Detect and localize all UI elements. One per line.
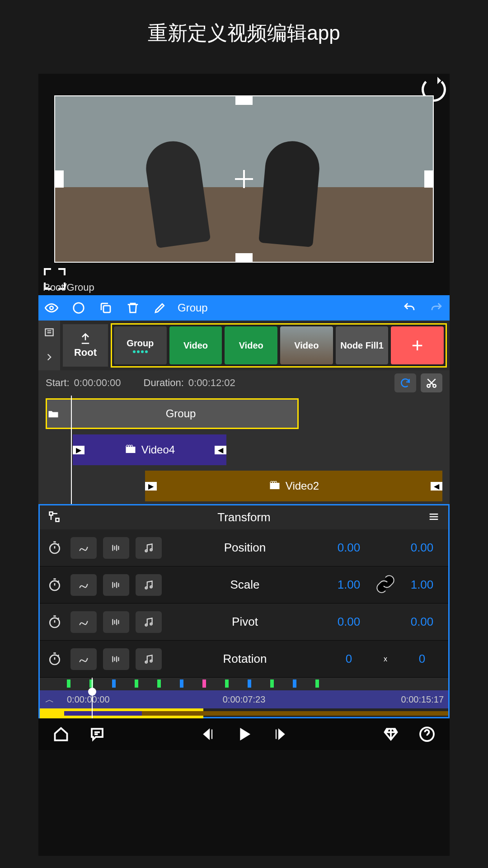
visibility-icon[interactable]	[45, 301, 58, 315]
music-icon[interactable]	[136, 648, 162, 670]
add-node-button[interactable]: +	[391, 326, 444, 364]
node-group[interactable]: Group	[114, 326, 167, 364]
keyframe-marker[interactable]	[202, 679, 206, 688]
crosshair-icon[interactable]	[235, 170, 253, 188]
svg-point-12	[150, 549, 152, 551]
preview-area: Root/Group	[38, 74, 450, 295]
property-value-2[interactable]: 1.00	[399, 578, 445, 592]
wiggle-icon[interactable]	[103, 574, 129, 596]
copy-icon[interactable]	[99, 301, 113, 315]
keyframe-marker[interactable]	[315, 679, 319, 688]
play-icon[interactable]	[235, 725, 253, 743]
resize-handle-right[interactable]	[424, 170, 434, 188]
time-ruler[interactable]: ︿ 0:00:00:00 0:00:07:23 0:00:15:17	[38, 678, 450, 718]
nodes-side	[38, 321, 60, 370]
keyframe-marker[interactable]	[270, 679, 274, 688]
diamond-icon[interactable]	[382, 725, 400, 743]
clip-grip-left[interactable]: ▶	[145, 482, 157, 491]
svg-point-1	[74, 303, 84, 313]
reset-button[interactable]	[394, 373, 416, 392]
step-forward-icon[interactable]	[271, 725, 289, 743]
clip-grip-right[interactable]: ◀	[215, 446, 226, 454]
clip-label: Video2	[286, 480, 319, 492]
help-icon[interactable]	[418, 725, 436, 743]
chevron-right-icon[interactable]	[43, 351, 55, 365]
keyframe-marker[interactable]	[112, 679, 116, 688]
node-video[interactable]: Video	[225, 326, 277, 364]
svg-rect-8	[50, 512, 53, 515]
preview-subject	[143, 138, 211, 248]
playhead[interactable]	[71, 396, 72, 504]
property-value-1[interactable]: 1.00	[326, 578, 371, 592]
keyframe-marker[interactable]	[225, 679, 229, 688]
comment-icon[interactable]	[88, 725, 106, 743]
clip-grip-left[interactable]: ▶	[73, 446, 84, 454]
resize-handle-left[interactable]	[54, 170, 64, 188]
music-icon[interactable]	[136, 574, 162, 596]
keyframe-marker[interactable]	[135, 679, 138, 688]
ruler-playhead[interactable]	[92, 678, 93, 718]
stopwatch-icon[interactable]	[43, 578, 66, 592]
curve-icon[interactable]	[70, 574, 97, 596]
collapse-icon[interactable]: ︿	[45, 693, 54, 706]
wiggle-icon[interactable]	[103, 611, 129, 633]
clip-group[interactable]: Group	[46, 398, 299, 429]
axis-separator: x	[374, 655, 397, 663]
node-video[interactable]: Video	[169, 326, 222, 364]
resize-handle-top[interactable]	[235, 95, 253, 105]
edit-icon[interactable]	[153, 301, 167, 315]
keyframe-marker[interactable]	[248, 679, 251, 688]
duration-value[interactable]: 0:00:12:02	[188, 377, 235, 389]
clip-label: Video4	[141, 443, 175, 456]
property-value-1[interactable]: 0.00	[326, 615, 371, 629]
start-label: Start:	[46, 377, 70, 389]
step-back-icon[interactable]	[199, 725, 217, 743]
music-icon[interactable]	[136, 611, 162, 633]
keyframe-marker[interactable]	[67, 679, 70, 688]
music-icon[interactable]	[136, 537, 162, 559]
list-icon[interactable]	[43, 326, 55, 340]
resize-handle-bottom[interactable]	[235, 253, 253, 263]
clip-grip-right[interactable]: ◀	[431, 482, 442, 491]
node-fill[interactable]: Node Fill1	[336, 326, 389, 364]
node-video4[interactable]: Video	[280, 326, 333, 364]
clip-video2[interactable]: ▶ Video2 ◀	[145, 471, 442, 501]
clip-video4[interactable]: ▶ Video4 ◀	[73, 434, 226, 465]
svg-point-20	[145, 661, 147, 663]
cut-button[interactable]	[421, 373, 442, 392]
redo-icon[interactable]	[430, 301, 443, 315]
curve-icon[interactable]	[70, 611, 97, 633]
clip-label: Group	[64, 407, 297, 420]
menu-icon[interactable]	[427, 510, 440, 525]
stopwatch-icon[interactable]	[43, 615, 66, 629]
svg-point-11	[145, 550, 147, 552]
keyframe-marker[interactable]	[180, 679, 183, 688]
keyframe-marker[interactable]	[157, 679, 161, 688]
curve-icon[interactable]	[70, 648, 97, 670]
property-value-1[interactable]: 0	[326, 652, 371, 666]
property-value-1[interactable]: 0.00	[326, 541, 371, 555]
preview-canvas[interactable]	[54, 95, 434, 263]
duration-label: Duration:	[144, 377, 184, 389]
wiggle-icon[interactable]	[103, 537, 129, 559]
svg-rect-7	[270, 483, 279, 489]
stopwatch-icon[interactable]	[43, 652, 66, 666]
property-value-2[interactable]: 0	[399, 652, 445, 666]
property-value-2[interactable]: 0.00	[399, 615, 445, 629]
trash-icon[interactable]	[126, 301, 140, 315]
transform-node-icon[interactable]	[48, 510, 61, 525]
keyframe-marker[interactable]	[293, 679, 296, 688]
undo-icon[interactable]	[403, 301, 416, 315]
home-icon[interactable]	[52, 725, 70, 743]
stopwatch-icon[interactable]	[43, 541, 66, 555]
root-label: Root	[74, 347, 97, 359]
circle-icon[interactable]	[72, 301, 85, 315]
svg-point-0	[50, 306, 53, 310]
curve-icon[interactable]	[70, 537, 97, 559]
property-value-2[interactable]: 0.00	[399, 541, 445, 555]
nodes-area: Root GroupVideoVideoVideoNode Fill1+	[38, 321, 450, 370]
root-button[interactable]: Root	[63, 324, 108, 367]
start-value[interactable]: 0:00:00:00	[74, 377, 121, 389]
link-icon[interactable]	[374, 573, 397, 597]
wiggle-icon[interactable]	[103, 648, 129, 670]
